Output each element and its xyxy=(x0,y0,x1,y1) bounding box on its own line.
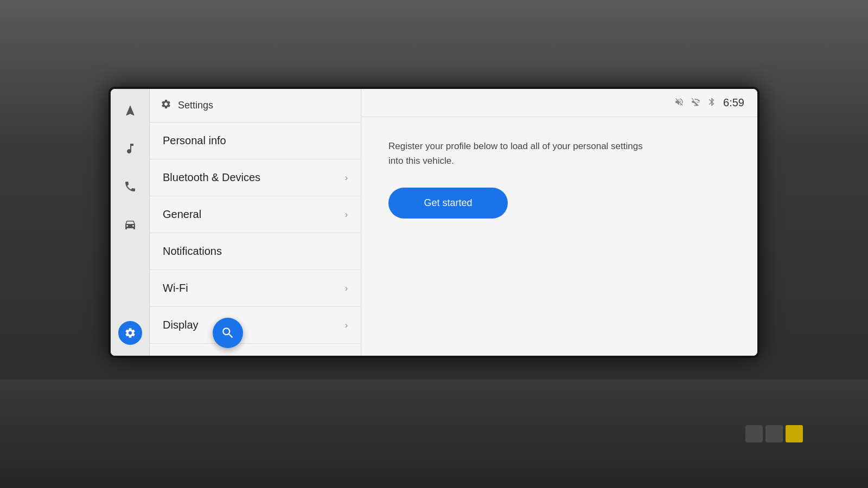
menu-item-notifications[interactable]: Notifications xyxy=(150,233,361,270)
time-display: 6:59 xyxy=(723,97,744,109)
main-screen: Settings Personal info Bluetooth & Devic… xyxy=(111,89,757,356)
menu-item-display[interactable]: Display › xyxy=(150,307,361,344)
menu-item-bluetooth-devices[interactable]: Bluetooth & Devices › xyxy=(150,159,361,196)
menu-header: Settings xyxy=(150,89,361,123)
menu-item-bluetooth-label: Bluetooth & Devices xyxy=(163,171,260,184)
hvac-controls xyxy=(745,425,803,442)
content-description: Register your profile below to load all … xyxy=(388,139,649,168)
status-icons: 6:59 xyxy=(674,97,744,109)
sidebar-item-navigation[interactable] xyxy=(119,100,141,121)
menu-item-general-label: General xyxy=(163,208,201,221)
content-body: Register your profile below to load all … xyxy=(361,117,757,356)
sidebar-item-music[interactable] xyxy=(119,138,141,159)
hvac-btn-2[interactable] xyxy=(765,425,783,442)
dashboard-bottom xyxy=(0,380,868,488)
menu-panel: Settings Personal info Bluetooth & Devic… xyxy=(150,89,361,356)
dashboard-background: Settings Personal info Bluetooth & Devic… xyxy=(0,0,868,488)
sidebar xyxy=(111,89,150,356)
wifi-chevron-icon: › xyxy=(345,284,348,293)
search-fab-button[interactable] xyxy=(213,318,243,348)
display-chevron-icon: › xyxy=(345,320,348,330)
sidebar-bottom xyxy=(118,321,142,345)
hvac-btn-3[interactable] xyxy=(786,425,803,442)
menu-item-general[interactable]: General › xyxy=(150,196,361,233)
content-panel: 6:59 Register your profile below to load… xyxy=(361,89,757,356)
volume-muted-icon xyxy=(674,97,684,109)
bluetooth-chevron-icon: › xyxy=(345,173,348,183)
settings-header-icon xyxy=(161,99,171,112)
content-header: 6:59 xyxy=(361,89,757,117)
get-started-button[interactable]: Get started xyxy=(388,188,508,219)
menu-title: Settings xyxy=(178,100,213,111)
menu-item-wifi[interactable]: Wi-Fi › xyxy=(150,270,361,307)
sidebar-item-phone[interactable] xyxy=(119,176,141,197)
sidebar-item-car[interactable] xyxy=(119,214,141,235)
screen-bezel: Settings Personal info Bluetooth & Devic… xyxy=(108,87,760,358)
menu-item-display-label: Display xyxy=(163,319,199,331)
hvac-btn-1[interactable] xyxy=(745,425,763,442)
bluetooth-icon xyxy=(707,97,717,109)
menu-item-notifications-label: Notifications xyxy=(163,245,222,258)
menu-item-personal-info[interactable]: Personal info xyxy=(150,123,361,159)
general-chevron-icon: › xyxy=(345,210,348,220)
wifi-off-icon xyxy=(691,97,700,109)
menu-item-personal-info-label: Personal info xyxy=(163,134,226,147)
menu-item-wifi-label: Wi-Fi xyxy=(163,282,188,294)
menu-items-list: Personal info Bluetooth & Devices › Gene… xyxy=(150,123,361,356)
sidebar-item-settings[interactable] xyxy=(118,321,142,345)
